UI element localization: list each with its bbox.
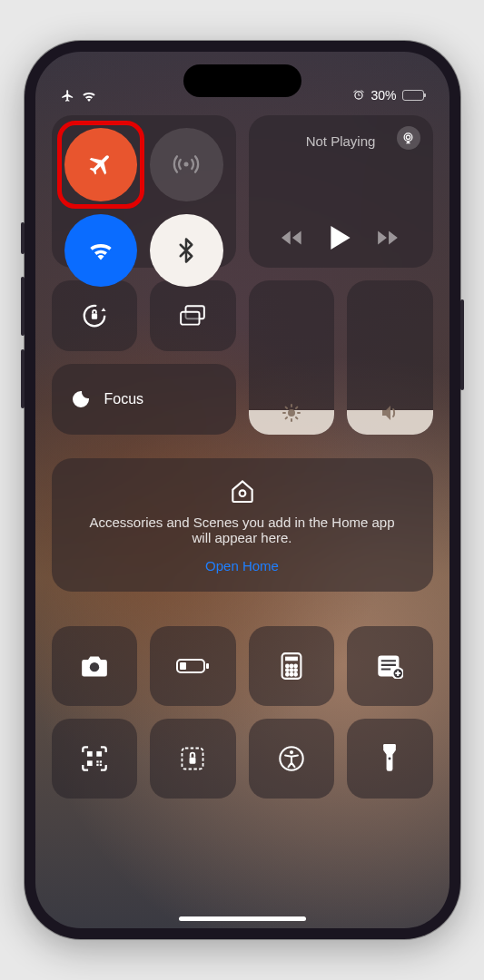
camera-button[interactable] xyxy=(52,626,138,706)
svg-point-23 xyxy=(294,673,297,676)
focus-label: Focus xyxy=(104,391,144,407)
svg-point-8 xyxy=(239,490,245,496)
flashlight-button[interactable] xyxy=(347,719,433,799)
svg-rect-4 xyxy=(92,314,97,319)
guided-access-button[interactable] xyxy=(150,719,236,799)
svg-point-0 xyxy=(184,162,189,167)
open-home-link[interactable]: Open Home xyxy=(205,558,279,573)
low-power-button[interactable] xyxy=(150,626,236,706)
dynamic-island xyxy=(183,64,301,97)
wifi-status-icon xyxy=(82,91,96,102)
svg-point-17 xyxy=(294,665,297,668)
volume-icon xyxy=(379,402,400,424)
svg-rect-11 xyxy=(206,663,209,669)
media-controls xyxy=(282,226,400,255)
home-message: Accessories and Scenes you add in the Ho… xyxy=(79,514,406,545)
svg-rect-26 xyxy=(87,751,93,757)
volume-up-button xyxy=(21,277,25,336)
svg-point-38 xyxy=(389,758,391,760)
airplane-mode-toggle[interactable] xyxy=(64,128,138,201)
now-playing-label: Not Playing xyxy=(306,133,376,149)
battery-percent-label: 30% xyxy=(370,88,396,103)
brightness-slider[interactable] xyxy=(249,280,335,435)
bluetooth-toggle[interactable] xyxy=(150,214,223,288)
qr-scanner-button[interactable] xyxy=(52,719,138,799)
svg-rect-30 xyxy=(100,764,102,766)
svg-point-2 xyxy=(406,135,410,139)
svg-point-21 xyxy=(286,673,289,676)
svg-rect-12 xyxy=(180,662,186,670)
screen: 30% xyxy=(35,52,449,928)
svg-point-20 xyxy=(294,669,297,671)
power-button xyxy=(460,299,464,390)
moon-icon xyxy=(70,388,92,410)
svg-rect-34 xyxy=(190,758,196,764)
svg-rect-6 xyxy=(181,312,199,325)
svg-point-36 xyxy=(290,750,293,754)
brightness-icon xyxy=(281,402,302,424)
control-center: Not Playing xyxy=(35,106,449,928)
focus-button[interactable]: Focus xyxy=(52,364,236,435)
home-tile[interactable]: Accessories and Scenes you add in the Ho… xyxy=(52,458,433,592)
svg-point-9 xyxy=(90,662,99,671)
svg-rect-28 xyxy=(87,760,93,766)
calculator-button[interactable] xyxy=(249,626,335,706)
battery-icon xyxy=(402,90,424,101)
home-indicator[interactable] xyxy=(179,916,306,921)
cellular-data-toggle[interactable] xyxy=(150,128,223,201)
svg-point-15 xyxy=(286,665,289,668)
screen-mirroring-button[interactable] xyxy=(150,280,236,351)
airplay-icon[interactable] xyxy=(397,126,420,150)
notes-button[interactable] xyxy=(347,626,433,706)
alarm-icon xyxy=(352,89,365,102)
volume-down-button xyxy=(21,349,25,408)
svg-point-1 xyxy=(404,132,412,141)
svg-point-18 xyxy=(286,669,289,671)
rewind-button[interactable] xyxy=(282,230,305,246)
svg-rect-31 xyxy=(96,764,98,766)
media-tile[interactable]: Not Playing xyxy=(249,115,433,268)
svg-point-19 xyxy=(290,669,292,671)
orientation-lock-toggle[interactable] xyxy=(52,280,138,351)
svg-point-22 xyxy=(290,673,292,676)
svg-point-16 xyxy=(290,665,292,668)
svg-rect-37 xyxy=(383,744,396,747)
svg-rect-29 xyxy=(96,760,98,762)
svg-rect-27 xyxy=(96,751,102,757)
play-button[interactable] xyxy=(331,226,351,250)
svg-point-7 xyxy=(288,409,295,416)
silent-switch xyxy=(21,222,25,254)
airplane-status-icon xyxy=(61,89,74,103)
home-icon xyxy=(228,476,257,505)
wifi-toggle[interactable] xyxy=(64,214,138,288)
svg-rect-14 xyxy=(285,657,298,662)
svg-rect-32 xyxy=(100,760,102,762)
accessibility-button[interactable] xyxy=(249,719,335,799)
phone-frame: 30% xyxy=(25,41,460,939)
connectivity-tile xyxy=(52,115,236,268)
volume-slider[interactable] xyxy=(347,280,433,435)
forward-button[interactable] xyxy=(376,230,400,246)
